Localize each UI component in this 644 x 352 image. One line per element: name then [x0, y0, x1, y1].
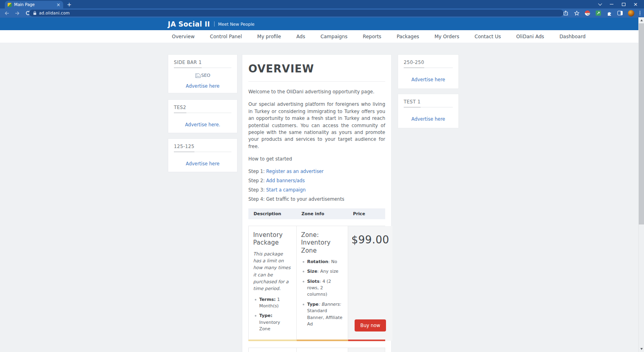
- page-scrollbar[interactable]: [638, 17, 644, 352]
- lock-icon: [33, 11, 37, 15]
- nav-item-my-orders[interactable]: My Orders: [427, 34, 467, 39]
- extensions-puzzle-icon[interactable]: [605, 9, 614, 17]
- step-2: Step 2: Add banners/ads: [248, 178, 385, 183]
- zone-slots: Slots: 4 (2 rows, 2 columns): [307, 278, 343, 298]
- content-area: SIDE BAR 1 SEO Advertise here TES2 Adver…: [0, 43, 638, 352]
- package-terms: Terms: 1 Month(s): [259, 296, 292, 310]
- package-type: Type: Inventory Zone: [259, 313, 292, 332]
- minimize-button[interactable]: [605, 0, 617, 8]
- package-name: Inventory Package: [253, 231, 292, 247]
- sidebar-card-side-bar-1: SIDE BAR 1 SEO Advertise here: [168, 54, 237, 93]
- package-description-cell: Inventory Package This package has a lim…: [249, 226, 297, 341]
- how-to-heading: How to get started: [248, 156, 385, 163]
- sidebar-card-125-125: 125-125 Advertise here: [168, 138, 237, 172]
- add-banners-link[interactable]: Add banners/ads: [266, 178, 305, 183]
- broken-image-alt-text: SEO: [201, 73, 211, 78]
- screen: Main Page × + × ad.olidani.com: [0, 0, 644, 352]
- bookmark-star-icon[interactable]: [572, 9, 581, 17]
- window-controls: ×: [593, 0, 642, 8]
- nav-item-dashboard[interactable]: Dashboard: [552, 34, 593, 39]
- sidebar-card-test-1: TEST 1 Advertise here: [398, 94, 459, 128]
- side-panel-icon[interactable]: [616, 9, 625, 17]
- buy-now-button[interactable]: Buy now: [355, 319, 386, 331]
- extension-sheets-icon[interactable]: [594, 9, 603, 17]
- page-title: OVERVIEW: [248, 63, 385, 75]
- step-1: Step 1: Register as an advertiser: [248, 169, 385, 174]
- package-note: This package has a limit on how many tim…: [253, 251, 292, 292]
- broken-image-icon: [195, 73, 201, 78]
- maximize-button[interactable]: [617, 0, 630, 8]
- register-advertiser-link[interactable]: Register as an advertiser: [266, 169, 324, 174]
- scrollbar-thumb[interactable]: [639, 23, 644, 224]
- nav-item-my-profile[interactable]: My profile: [250, 34, 289, 39]
- step-3: Step 3: Start a campaign: [248, 187, 385, 193]
- body-paragraph: Our special advertising platform for for…: [248, 101, 385, 150]
- address-bar[interactable]: ad.olidani.com: [29, 10, 564, 16]
- tab-search-icon[interactable]: [593, 0, 605, 8]
- package-row-inventory: Inventory Package This package has a lim…: [248, 226, 385, 342]
- zone-title: Zone: Inventory Zone: [301, 231, 343, 255]
- nav-list: Overview Control Panel My profile Ads Ca…: [168, 34, 593, 39]
- sidebar-card-title: 250-250: [404, 60, 453, 68]
- advertise-here-link[interactable]: Advertise here.: [185, 122, 221, 128]
- package-zone-cell: Zone: Inventory Zone Rotation: No Size: …: [297, 226, 348, 341]
- package-price-cell: $99.00 Buy now: [348, 226, 392, 341]
- col-header-description: Description: [248, 211, 296, 216]
- zone-type: Type: Banners: Standard Banner, Affiliat…: [307, 301, 343, 327]
- nav-item-campaigns[interactable]: Campaigns: [313, 34, 355, 39]
- sidebar-card-250-250: 250-250 Advertise here: [398, 54, 459, 89]
- sidebar-card-title: SIDE BAR 1: [174, 60, 231, 68]
- browser-toolbar: ad.olidani.com: [0, 8, 644, 18]
- main-navbar: Overview Control Panel My profile Ads Ca…: [0, 30, 638, 43]
- nav-item-control-panel[interactable]: Control Panel: [202, 34, 250, 39]
- package-description-cell: Free 1000 Clicks Free 1000 Click for Oli…: [249, 348, 297, 352]
- nav-item-contact-us[interactable]: Contact Us: [467, 34, 509, 39]
- profile-avatar[interactable]: [627, 9, 636, 17]
- intro-paragraph: Welcome to the OliDani advertising oppor…: [248, 89, 385, 95]
- title-divider: [248, 81, 385, 82]
- share-icon[interactable]: [561, 9, 570, 17]
- tab-title: Main Page: [14, 2, 54, 7]
- site-header: JA Social II Meet New People: [0, 18, 638, 30]
- broken-ad-image: SEO: [174, 73, 231, 78]
- nav-item-overview[interactable]: Overview: [168, 34, 202, 39]
- site-tagline: Meet New People: [218, 22, 255, 27]
- package-zone-cell: Zone: Zone - Banners Rotation: No Size: …: [297, 348, 348, 352]
- package-row-free-clicks: Free 1000 Clicks Free 1000 Click for Oli…: [248, 348, 385, 352]
- package-price-cell: Free: [348, 348, 385, 352]
- main-overview-card: OVERVIEW Welcome to the OliDani advertis…: [242, 54, 392, 352]
- nav-item-ads[interactable]: Ads: [289, 34, 313, 39]
- sidebar-card-tes2: TES2 Advertise here.: [168, 99, 237, 133]
- scrollbar-down-icon[interactable]: [640, 348, 643, 350]
- extension-pokeball-icon[interactable]: [583, 9, 592, 17]
- brand-divider: [214, 21, 215, 27]
- sidebar-card-title: 125-125: [174, 144, 231, 152]
- advertise-here-link[interactable]: Advertise here: [411, 116, 445, 122]
- new-tab-button[interactable]: +: [67, 2, 72, 7]
- browser-titlebar: Main Page × + ×: [0, 0, 644, 8]
- package-price: $99.00: [351, 234, 389, 246]
- zone-size: Size: Any size: [307, 268, 343, 275]
- advertise-here-link[interactable]: Advertise here: [411, 77, 445, 82]
- url-text: ad.olidani.com: [39, 11, 70, 15]
- browser-tab[interactable]: Main Page ×: [5, 1, 63, 8]
- nav-item-packages[interactable]: Packages: [389, 34, 427, 39]
- close-button[interactable]: ×: [630, 0, 642, 8]
- start-campaign-link[interactable]: Start a campaign: [266, 187, 305, 193]
- forward-icon[interactable]: [13, 9, 22, 17]
- advertise-here-link[interactable]: Advertise here: [186, 83, 220, 89]
- zone-rotation: Rotation: No: [307, 259, 343, 265]
- tab-close-icon[interactable]: ×: [56, 2, 60, 7]
- browser-menu-icon[interactable]: [638, 11, 643, 16]
- site-brand[interactable]: JA Social II: [168, 20, 210, 28]
- sidebar-card-title: TEST 1: [404, 99, 453, 107]
- advertise-here-link[interactable]: Advertise here: [186, 161, 220, 167]
- back-icon[interactable]: [2, 9, 11, 17]
- nav-item-reports[interactable]: Reports: [355, 34, 389, 39]
- sidebar-card-title: TES2: [174, 105, 231, 113]
- nav-item-olidani-ads[interactable]: OliDani Ads: [509, 34, 552, 39]
- col-header-price: Price: [348, 211, 385, 216]
- scrollbar-up-icon[interactable]: [640, 19, 643, 21]
- step-4: Step 4: Get traffic to your advertisemen…: [248, 196, 385, 202]
- col-header-zone-info: Zone info: [296, 211, 348, 216]
